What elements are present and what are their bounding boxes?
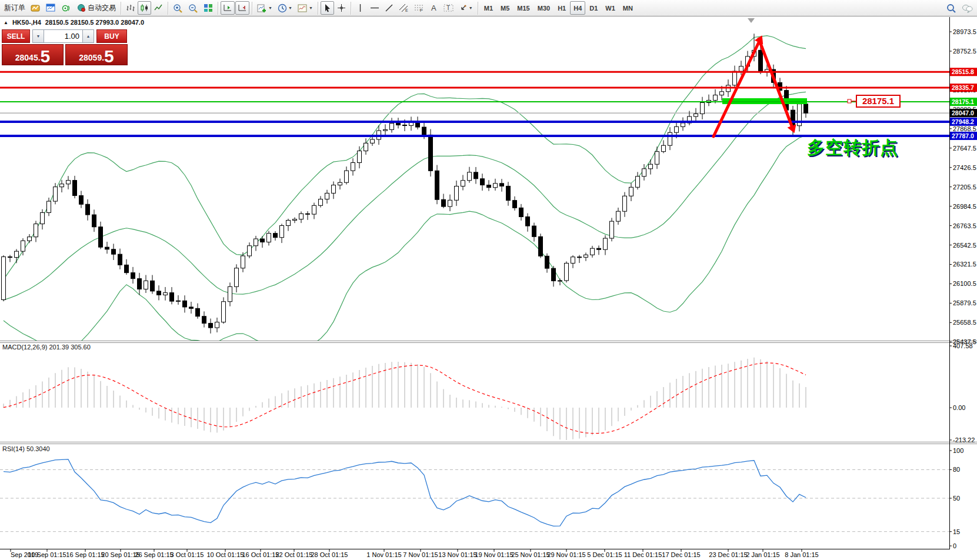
svg-text:25658.5: 25658.5 xyxy=(953,319,976,326)
tf-m5-button[interactable]: M5 xyxy=(497,1,513,15)
svg-text:E: E xyxy=(405,8,408,12)
zoom-in-button[interactable] xyxy=(171,1,185,15)
new-order-button[interactable]: 新订单 xyxy=(2,1,28,15)
text-label-button[interactable]: T xyxy=(441,1,456,15)
one-click-toggle-icon[interactable]: ▲ xyxy=(4,20,8,25)
chart-shift-button[interactable] xyxy=(235,1,249,15)
arrows-button[interactable]: ▼ xyxy=(456,1,475,15)
trendline-button[interactable] xyxy=(382,1,396,15)
svg-text:16 Sep 01:15: 16 Sep 01:15 xyxy=(66,551,104,558)
profile-icon[interactable] xyxy=(28,1,43,15)
svg-text:1 Nov 01:15: 1 Nov 01:15 xyxy=(366,551,401,558)
svg-text:11 Dec 01:15: 11 Dec 01:15 xyxy=(624,551,662,558)
auto-scroll-button[interactable] xyxy=(221,1,235,15)
tf-h1-button[interactable]: H1 xyxy=(554,1,569,15)
svg-text:26100.5: 26100.5 xyxy=(953,280,976,287)
separator xyxy=(218,2,218,15)
svg-text:13 Nov 01:15: 13 Nov 01:15 xyxy=(438,551,476,558)
crosshair-button[interactable] xyxy=(335,1,348,15)
svg-text:28047.0: 28047.0 xyxy=(952,109,974,116)
periods-clock-button[interactable]: ▼ xyxy=(275,1,295,15)
separator xyxy=(121,2,121,15)
svg-text:28 Oct 01:15: 28 Oct 01:15 xyxy=(311,551,348,558)
svg-text:0: 0 xyxy=(953,542,956,549)
sell-price[interactable]: 28045.5 xyxy=(2,44,64,65)
vertical-line-button[interactable] xyxy=(354,1,367,15)
svg-text:17 Dec 01:15: 17 Dec 01:15 xyxy=(662,551,700,558)
line-chart-type-button[interactable] xyxy=(152,1,165,15)
svg-text:7 Nov 01:15: 7 Nov 01:15 xyxy=(403,551,438,558)
svg-text:26 Sep 01:15: 26 Sep 01:15 xyxy=(135,551,173,558)
volume-input[interactable] xyxy=(44,29,82,43)
sell-button[interactable]: SELL xyxy=(2,29,30,43)
svg-text:16 Oct 01:15: 16 Oct 01:15 xyxy=(242,551,279,558)
separator xyxy=(478,2,478,15)
zoom-out-button[interactable] xyxy=(186,1,201,15)
svg-text:50: 50 xyxy=(953,495,960,502)
equidistant-channel-button[interactable]: E xyxy=(396,1,411,15)
tf-w1-button[interactable]: W1 xyxy=(602,1,619,15)
svg-text:0.00: 0.00 xyxy=(953,404,965,411)
toolbar: 新订单 自动交易 xyxy=(0,0,977,16)
svg-text:20 Sep 01:15: 20 Sep 01:15 xyxy=(101,551,139,558)
svg-text:19 Nov 01:15: 19 Nov 01:15 xyxy=(475,551,513,558)
tf-m30-button[interactable]: M30 xyxy=(534,1,553,15)
chevron-down-icon: ▼ xyxy=(309,6,313,10)
svg-text:80: 80 xyxy=(953,466,960,473)
macd-label: MACD(12,26,9) 201.39 305.60 xyxy=(2,344,91,351)
svg-text:29 Nov 01:15: 29 Nov 01:15 xyxy=(547,551,585,558)
svg-text:28752.5: 28752.5 xyxy=(953,48,976,55)
buy-button[interactable]: BUY xyxy=(96,29,127,43)
svg-text:27426.5: 27426.5 xyxy=(953,164,976,171)
svg-text:28335.7: 28335.7 xyxy=(952,84,974,91)
macd-pane xyxy=(4,358,806,440)
chevron-down-icon: ▼ xyxy=(288,6,292,10)
cursor-button[interactable] xyxy=(321,1,334,15)
svg-text:10 Sep 01:15: 10 Sep 01:15 xyxy=(28,551,66,558)
svg-text:100: 100 xyxy=(953,447,963,454)
svg-text:27205.5: 27205.5 xyxy=(953,184,976,191)
svg-text:A: A xyxy=(431,4,436,12)
svg-text:F: F xyxy=(420,8,422,12)
tf-h4-button[interactable]: H4 xyxy=(570,1,585,15)
market-watch-icon[interactable] xyxy=(44,1,58,15)
tile-windows-button[interactable] xyxy=(201,1,215,15)
highlight-bar xyxy=(722,98,807,104)
sell-price-main: 28045 xyxy=(15,51,38,65)
svg-text:27647.5: 27647.5 xyxy=(953,145,976,152)
ohlc-values: 28150.5 28150.5 27993.0 28047.0 xyxy=(45,19,144,26)
candlestick-type-button[interactable] xyxy=(138,1,151,15)
svg-text:2 Jan 01:15: 2 Jan 01:15 xyxy=(746,551,780,558)
svg-text:27787.0: 27787.0 xyxy=(952,132,974,139)
mt4-window: 新订单 自动交易 xyxy=(0,0,977,560)
svg-text:-213.22: -213.22 xyxy=(953,436,975,444)
price-level-text-box[interactable]: 28175.1 xyxy=(856,95,901,108)
chat-button[interactable] xyxy=(959,1,975,15)
alerts-icon[interactable] xyxy=(59,1,74,15)
tf-mn-button[interactable]: MN xyxy=(619,1,636,15)
bar-chart-type-button[interactable] xyxy=(124,1,137,15)
fibonacci-button[interactable]: F xyxy=(412,1,426,15)
svg-text:3 Oct 01:15: 3 Oct 01:15 xyxy=(171,551,204,558)
svg-text:26763.5: 26763.5 xyxy=(953,222,976,229)
search-button[interactable] xyxy=(944,1,959,15)
buy-price[interactable]: 28059.5 xyxy=(65,44,128,65)
volume-decrease-button[interactable]: ▼ xyxy=(32,29,44,43)
tf-m1-button[interactable]: M1 xyxy=(481,1,496,15)
rsi-label: RSI(14) 50.3040 xyxy=(2,445,50,452)
indicators-button[interactable]: ▼ xyxy=(295,1,315,15)
svg-text:25879.5: 25879.5 xyxy=(953,299,976,306)
tf-m15-button[interactable]: M15 xyxy=(513,1,533,15)
svg-text:25 Nov 01:15: 25 Nov 01:15 xyxy=(511,551,549,558)
horizontal-line-button[interactable] xyxy=(368,1,382,15)
svg-text:10 Oct 01:15: 10 Oct 01:15 xyxy=(207,551,244,558)
volume-increase-button[interactable]: ▲ xyxy=(82,29,94,43)
turning-point-annotation[interactable]: 多空转折点 xyxy=(807,138,898,158)
new-chart-button[interactable]: ▼ xyxy=(255,1,275,15)
tf-d1-button[interactable]: D1 xyxy=(586,1,601,15)
text-button[interactable]: A xyxy=(427,1,441,15)
chart-canvas[interactable]: 28973.528752.528531.528310.528089.527868… xyxy=(0,0,977,560)
autotrading-button[interactable]: 自动交易 xyxy=(74,1,118,15)
svg-text:5 Dec 01:15: 5 Dec 01:15 xyxy=(587,551,622,558)
separator xyxy=(168,2,168,15)
